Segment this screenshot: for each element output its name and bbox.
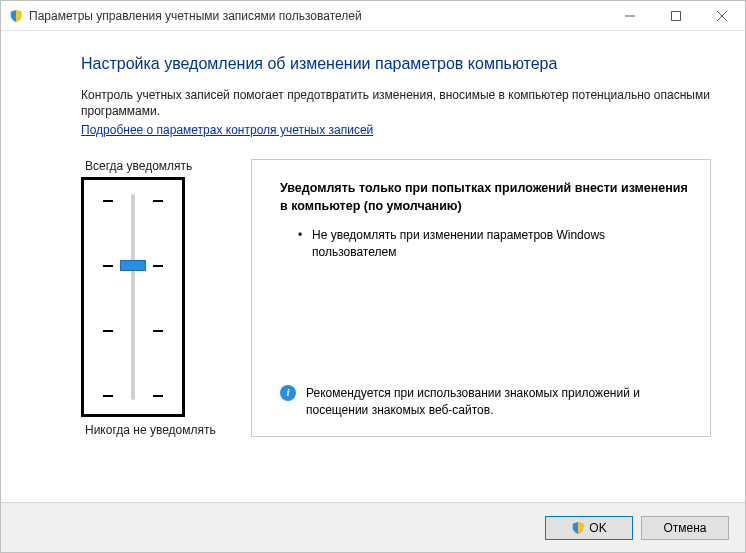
info-icon: i: [280, 385, 296, 401]
close-button[interactable]: [699, 1, 745, 30]
slider-tick: [103, 200, 163, 202]
info-title: Уведомлять только при попытках приложени…: [280, 180, 688, 215]
page-description: Контроль учетных записей помогает предот…: [81, 87, 711, 119]
slider-column: Всегда уведомлять Никогда не уведомлять: [81, 159, 221, 437]
info-panel: Уведомлять только при попытках приложени…: [251, 159, 711, 437]
ok-button-label: OK: [589, 521, 606, 535]
shield-icon: [9, 9, 23, 23]
ok-button[interactable]: OK: [545, 516, 633, 540]
slider-label-never: Никогда не уведомлять: [81, 423, 221, 437]
window-title: Параметры управления учетными записями п…: [29, 9, 607, 23]
window-controls: [607, 1, 745, 30]
titlebar: Параметры управления учетными записями п…: [1, 1, 745, 31]
slider-tick: [103, 330, 163, 332]
page-heading: Настройка уведомления об изменении парам…: [81, 55, 711, 73]
slider-area: Всегда уведомлять Никогда не уведомлять …: [81, 159, 711, 437]
info-bullet: Не уведомлять при изменении параметров W…: [298, 227, 688, 261]
shield-icon: [571, 521, 585, 535]
slider-label-always: Всегда уведомлять: [81, 159, 221, 173]
info-top: Уведомлять только при попытках приложени…: [280, 180, 688, 261]
maximize-icon: [671, 11, 681, 21]
close-icon: [717, 11, 727, 21]
slider-track: [131, 194, 135, 400]
minimize-icon: [625, 11, 635, 21]
uac-slider[interactable]: [81, 177, 185, 417]
info-recommendation: i Рекомендуется при использовании знаком…: [280, 385, 688, 419]
cancel-button-label: Отмена: [663, 521, 706, 535]
content-area: Настройка уведомления об изменении парам…: [1, 31, 745, 502]
minimize-button[interactable]: [607, 1, 653, 30]
info-recommendation-text: Рекомендуется при использовании знакомых…: [306, 385, 688, 419]
cancel-button[interactable]: Отмена: [641, 516, 729, 540]
slider-tick: [103, 395, 163, 397]
footer: OK Отмена: [1, 502, 745, 552]
maximize-button[interactable]: [653, 1, 699, 30]
learn-more-link[interactable]: Подробнее о параметрах контроля учетных …: [81, 123, 373, 137]
svg-rect-1: [672, 11, 681, 20]
slider-thumb[interactable]: [120, 260, 146, 271]
